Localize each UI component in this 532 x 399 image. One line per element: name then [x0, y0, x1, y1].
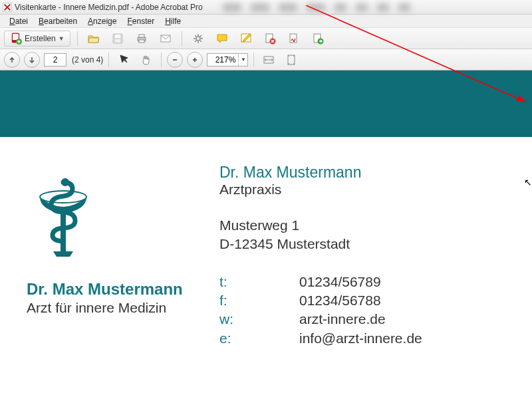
- card-right-subtitle: Arztpraxis: [219, 182, 505, 198]
- separator: [253, 53, 254, 67]
- card-left-name: Dr. Max Mustermann: [27, 280, 219, 299]
- titlebar-blurred-controls: [223, 3, 410, 11]
- menu-window[interactable]: Fenster: [123, 16, 158, 27]
- contact-row-tel: t: 01234/56789: [219, 273, 505, 291]
- web-label: w:: [219, 310, 299, 329]
- prev-page-button[interactable]: [4, 52, 20, 68]
- separator: [77, 31, 78, 46]
- fax-label: f:: [219, 291, 299, 310]
- menubar: Datei Bearbeiten Anzeige Fenster Hilfe: [0, 15, 532, 28]
- svg-rect-8: [139, 35, 144, 37]
- titlebar: Visitenkarte - Innere Medizin.pdf - Adob…: [0, 0, 532, 15]
- next-page-button[interactable]: [24, 52, 40, 68]
- page-count-label: (2 von 4): [72, 55, 103, 65]
- separator: [182, 31, 182, 46]
- page-number-input[interactable]: [44, 53, 66, 66]
- zoom-value: 217%: [207, 55, 238, 65]
- zoom-in-button[interactable]: [187, 52, 203, 68]
- svg-rect-32: [61, 211, 66, 251]
- menu-edit[interactable]: Bearbeiten: [35, 16, 81, 27]
- asclepius-logo-icon: [27, 170, 219, 265]
- address-line-2: D-12345 Musterstadt: [219, 235, 505, 253]
- svg-line-16: [195, 35, 196, 37]
- toolbar-main: Erstellen ▼: [0, 28, 532, 49]
- create-label: Erstellen: [25, 34, 56, 43]
- tel-value: 01234/56789: [299, 273, 381, 291]
- fit-width-button[interactable]: [259, 52, 278, 68]
- contact-row-web: w: arzt-innere.de: [219, 310, 505, 329]
- tel-label: t:: [219, 273, 299, 291]
- email-label: e:: [219, 329, 299, 348]
- svg-line-19: [200, 35, 201, 37]
- settings-button[interactable]: [189, 31, 207, 47]
- fax-value: 01234/56788: [299, 291, 381, 310]
- cursor-icon: ↖: [524, 177, 532, 188]
- web-value: arzt-innere.de: [299, 310, 386, 329]
- svg-line-17: [200, 41, 201, 42]
- menu-help[interactable]: Hilfe: [161, 16, 185, 27]
- card-body: Dr. Max Mustermann Arzt für innere Mediz…: [0, 137, 532, 348]
- svg-rect-5: [115, 35, 120, 38]
- card-right-name: Dr. Max Mustermann: [219, 164, 505, 182]
- svg-rect-9: [139, 40, 144, 43]
- export-button[interactable]: [309, 31, 327, 47]
- zoom-out-button[interactable]: [167, 52, 183, 68]
- delete-page-button[interactable]: [261, 31, 279, 47]
- create-button[interactable]: Erstellen ▼: [4, 31, 70, 47]
- open-button[interactable]: [84, 31, 103, 47]
- separator: [108, 53, 109, 67]
- zoom-combo[interactable]: 217% ▼: [207, 53, 248, 66]
- contact-row-email: e: info@arzt-innere.de: [219, 329, 505, 348]
- contact-row-fax: f: 01234/56788: [219, 291, 505, 310]
- email-value: info@arzt-innere.de: [299, 329, 422, 348]
- fit-page-button[interactable]: [282, 52, 301, 68]
- svg-point-11: [196, 37, 200, 41]
- annotate-button[interactable]: [237, 31, 255, 47]
- print-button[interactable]: [132, 31, 151, 47]
- card-teal-header: [0, 70, 532, 137]
- email-button[interactable]: [156, 31, 175, 47]
- menu-view[interactable]: Anzeige: [84, 16, 120, 27]
- save-button[interactable]: [108, 31, 127, 47]
- window-title: Visitenkarte - Innere Medizin.pdf - Adob…: [15, 3, 203, 12]
- svg-line-18: [195, 41, 196, 42]
- chevron-down-icon: ▼: [59, 35, 65, 42]
- sign-button[interactable]: [285, 31, 303, 47]
- address-line-1: Musterweg 1: [219, 216, 505, 235]
- toolbar-nav: (2 von 4) 217% ▼: [0, 49, 532, 70]
- svg-point-33: [61, 178, 69, 186]
- card-address: Musterweg 1 D-12345 Musterstadt: [219, 216, 505, 254]
- select-tool-button[interactable]: [114, 52, 133, 68]
- comment-button[interactable]: [213, 31, 231, 47]
- separator: [161, 53, 162, 67]
- svg-rect-6: [115, 39, 120, 43]
- document-viewport[interactable]: Dr. Max Mustermann Arzt für innere Mediz…: [0, 70, 532, 399]
- card-left-subtitle: Arzt für innere Medizin: [27, 300, 219, 316]
- menu-file[interactable]: Datei: [5, 16, 32, 27]
- acrobat-icon: [3, 3, 12, 12]
- hand-tool-button[interactable]: [137, 52, 156, 68]
- chevron-down-icon: ▼: [238, 54, 247, 66]
